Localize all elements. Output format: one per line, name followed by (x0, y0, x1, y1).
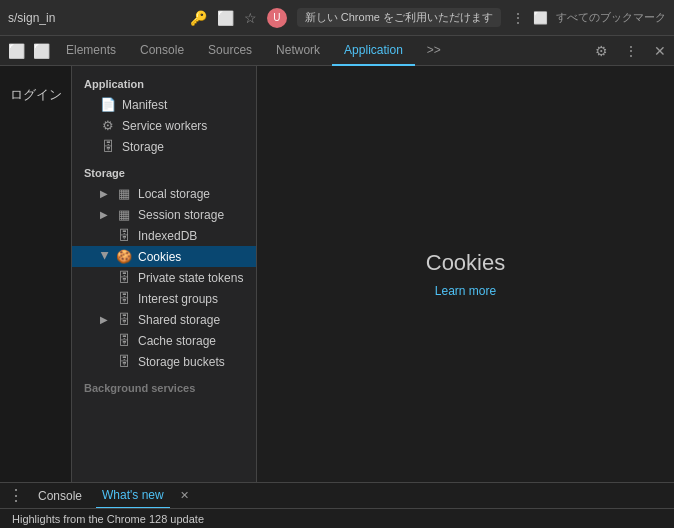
chrome-promo[interactable]: 新しい Chrome をご利用いただけます (297, 8, 501, 27)
expand-shared-icon: ▶ (100, 314, 110, 325)
session-storage-icon: ▦ (116, 207, 132, 222)
device-icon[interactable]: ⬜ (29, 43, 54, 59)
service-workers-icon: ⚙ (100, 118, 116, 133)
console-tab-console[interactable]: Console (32, 489, 88, 503)
sidebar-item-manifest[interactable]: 📄 Manifest (72, 94, 256, 115)
tab-more[interactable]: >> (415, 36, 453, 66)
devtools-panel: ⬜ ⬜ Elements Console Sources Network App… (0, 36, 674, 528)
local-storage-icon: ▦ (116, 186, 132, 201)
tab-console[interactable]: Console (128, 36, 196, 66)
avatar[interactable]: U (267, 8, 287, 28)
menu-icon[interactable]: ⋮ (511, 10, 525, 26)
cookies-icon: 🍪 (116, 249, 132, 264)
cache-storage-icon: 🗄 (116, 333, 132, 348)
tab-elements[interactable]: Elements (54, 36, 128, 66)
sidebar-storage-section: Storage (72, 163, 256, 183)
storage-main-icon: 🗄 (100, 139, 116, 154)
sidebar-item-shared-storage[interactable]: ▶ 🗄 Shared storage (72, 309, 256, 330)
sidebar-item-cache-storage[interactable]: ▶ 🗄 Cache storage (72, 330, 256, 351)
shared-storage-icon: 🗄 (116, 312, 132, 327)
sidebar-item-service-workers[interactable]: ⚙ Service workers (72, 115, 256, 136)
star-icon[interactable]: ☆ (244, 10, 257, 26)
private-state-icon: 🗄 (116, 270, 132, 285)
sidebar-item-storage-buckets[interactable]: ▶ 🗄 Storage buckets (72, 351, 256, 372)
sidebar-item-cookies[interactable]: ▶ 🍪 Cookies (72, 246, 256, 267)
sidebar-item-storage[interactable]: 🗄 Storage (72, 136, 256, 157)
login-text: ログイン (10, 86, 62, 104)
cookies-center: Cookies Learn more (426, 250, 505, 298)
storage-buckets-icon: 🗄 (116, 354, 132, 369)
sidebar-item-session-storage[interactable]: ▶ ▦ Session storage (72, 204, 256, 225)
sidebar-item-interest-groups[interactable]: ▶ 🗄 Interest groups (72, 288, 256, 309)
close-devtools-icon[interactable]: ✕ (650, 43, 670, 59)
more-options-icon[interactable]: ⋮ (620, 43, 642, 59)
settings-icon[interactable]: ⚙ (591, 43, 612, 59)
sidebar-item-local-storage[interactable]: ▶ ▦ Local storage (72, 183, 256, 204)
sidebar-application-section: Application (72, 74, 256, 94)
bookmarks-icon: ⬜ (533, 11, 548, 25)
expand-local-storage-icon: ▶ (100, 188, 110, 199)
browser-icons: 🔑 ⬜ ☆ U 新しい Chrome をご利用いただけます ⋮ (190, 8, 525, 28)
tab-sources[interactable]: Sources (196, 36, 264, 66)
devtools-tabs-bar: ⬜ ⬜ Elements Console Sources Network App… (0, 36, 674, 66)
status-bar: Highlights from the Chrome 128 update (0, 508, 674, 528)
console-bar: ⋮ Console What's new ✕ (0, 482, 674, 508)
main-panel: Cookies Learn more (257, 66, 674, 482)
tab-application[interactable]: Application (332, 36, 415, 66)
translate-icon: ⬜ (217, 10, 234, 26)
tabs-right: ⚙ ⋮ ✕ (591, 43, 670, 59)
interest-groups-icon: 🗄 (116, 291, 132, 306)
bookmarks-label: すべてのブックマーク (556, 10, 666, 25)
console-dots-icon[interactable]: ⋮ (8, 486, 24, 505)
browser-bar: s/sign_in 🔑 ⬜ ☆ U 新しい Chrome をご利用いただけます … (0, 0, 674, 36)
expand-cookies-icon: ▶ (100, 252, 111, 262)
page-preview: ログイン (0, 66, 72, 482)
inspect-icon[interactable]: ⬜ (4, 43, 29, 59)
tab-network[interactable]: Network (264, 36, 332, 66)
main-content: ログイン Application 📄 Manifest ⚙ Service wo… (0, 66, 674, 482)
learn-more-link[interactable]: Learn more (435, 284, 496, 298)
sidebar: Application 📄 Manifest ⚙ Service workers… (72, 66, 257, 482)
sidebar-item-indexeddb[interactable]: ▶ 🗄 IndexedDB (72, 225, 256, 246)
sidebar-item-private-state[interactable]: ▶ 🗄 Private state tokens (72, 267, 256, 288)
status-text: Highlights from the Chrome 128 update (12, 513, 204, 525)
expand-session-storage-icon: ▶ (100, 209, 110, 220)
key-icon: 🔑 (190, 10, 207, 26)
manifest-icon: 📄 (100, 97, 116, 112)
url-bar[interactable]: s/sign_in (8, 11, 182, 25)
cookies-title: Cookies (426, 250, 505, 276)
sidebar-background-section: Background services (72, 378, 256, 398)
console-tab-whats-new[interactable]: What's new (96, 483, 170, 509)
close-whats-new-icon[interactable]: ✕ (178, 489, 191, 502)
indexeddb-icon: 🗄 (116, 228, 132, 243)
